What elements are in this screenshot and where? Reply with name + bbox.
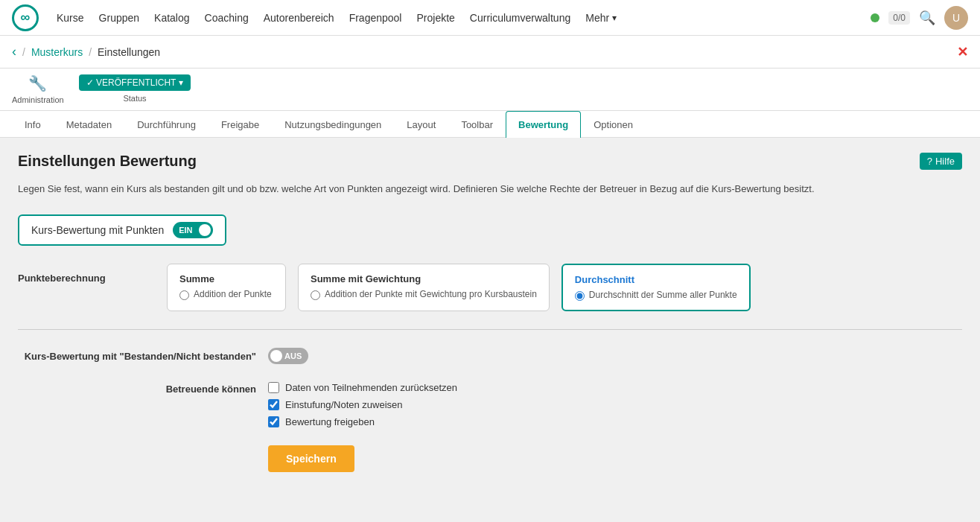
points-option-summe-title: Summe [179, 273, 273, 284]
einstufung-checkbox[interactable] [268, 399, 279, 410]
tab-freigabe[interactable]: Freigabe [209, 111, 272, 138]
nav-gruppen[interactable]: Gruppen [99, 12, 139, 24]
status-section: ✓ VERÖFFENTLICHT ▾ Status [79, 74, 191, 103]
betreuer-label: Betreuende können [18, 382, 256, 395]
nav-autorenbereich[interactable]: Autorenbereich [264, 12, 334, 24]
daten-checkbox-label: Daten von Teilnehmenden zurücksetzen [285, 382, 457, 393]
publish-status-button[interactable]: ✓ VERÖFFENTLICHT ▾ [79, 74, 191, 91]
betreuer-checkbox-list: Daten von Teilnehmenden zurücksetzen Ein… [268, 382, 457, 427]
points-option-summe-gewichtung-title: Summe mit Gewichtung [311, 273, 537, 284]
checkbox-item-bewertung: Bewertung freigeben [268, 416, 457, 427]
tab-metadaten[interactable]: Metadaten [54, 111, 124, 138]
nav-more-menu[interactable]: Mehr ▾ [585, 12, 617, 24]
chevron-down-icon: ▾ [612, 13, 617, 23]
nav-fragenpool[interactable]: Fragenpool [349, 12, 402, 24]
points-option-summe-radio: Addition der Punkte [179, 289, 273, 300]
betreuer-section: Betreuende können Daten von Teilnehmende… [18, 382, 962, 427]
durchschnitt-radio-input[interactable] [575, 291, 585, 301]
summe-radio-input[interactable] [179, 290, 189, 300]
kurs-bewertung-label: Kurs-Bewertung mit Punkten [31, 224, 164, 236]
help-button[interactable]: ? Hilfe [920, 153, 962, 170]
administration-section: 🔧 Administration [12, 74, 64, 104]
tab-bar: Info Metadaten Durchführung Freigabe Nut… [0, 111, 980, 138]
top-navigation: ∞ Kurse Gruppen Katalog Coaching Autoren… [0, 0, 980, 36]
chevron-down-icon: ▾ [179, 77, 183, 88]
punkteberechnung-section: Punkteberechnung Summe Addition der Punk… [18, 264, 962, 311]
page-title: Einstellungen Bewertung [18, 153, 197, 170]
tab-toolbar[interactable]: Toolbar [448, 111, 506, 138]
main-content: Einstellungen Bewertung ? Hilfe Legen Si… [0, 138, 980, 522]
tab-optionen[interactable]: Optionen [581, 111, 646, 138]
logo[interactable]: ∞ [12, 4, 39, 31]
online-status-dot [871, 13, 879, 22]
nav-links: Kurse Gruppen Katalog Coaching Autorenbe… [57, 12, 853, 24]
checkbox-item-daten: Daten von Teilnehmenden zurücksetzen [268, 382, 457, 393]
kurs-bewertung-row: Kurs-Bewertung mit Punkten EIN [18, 214, 962, 246]
administration-label: Administration [12, 95, 64, 104]
bewertung-checkbox-label: Bewertung freigeben [285, 416, 375, 427]
status-label: Status [123, 94, 146, 103]
nav-right: 0/0 🔍 U [871, 6, 968, 30]
question-mark-icon: ? [927, 156, 932, 167]
bestanden-toggle[interactable]: AUS [268, 348, 308, 364]
user-score: 0/0 [888, 11, 910, 25]
bewertung-checkbox[interactable] [268, 416, 279, 427]
toggle-knob-off [270, 350, 282, 362]
admin-bar: 🔧 Administration ✓ VERÖFFENTLICHT ▾ Stat… [0, 69, 980, 111]
checkbox-item-einstufung: Einstufung/Noten zuweisen [268, 399, 457, 410]
breadcrumb-bar: ‹ / Musterkurs / Einstellungen ✕ [0, 36, 980, 69]
tab-layout[interactable]: Layout [394, 111, 448, 138]
summe-gewichtung-radio-input[interactable] [311, 290, 320, 300]
breadcrumb-separator: / [22, 46, 25, 58]
breadcrumb-back-button[interactable]: ‹ [12, 44, 16, 60]
tab-nutzungsbedingungen[interactable]: Nutzungsbedingungen [272, 111, 394, 138]
points-option-summe-gewichtung[interactable]: Summe mit Gewichtung Addition der Punkte… [298, 264, 550, 311]
save-button[interactable]: Speichern [268, 445, 354, 472]
nav-kurse[interactable]: Kurse [57, 12, 84, 24]
points-option-durchschnitt[interactable]: Durchschnitt Durchschnitt der Summe alle… [561, 264, 751, 311]
einstufung-checkbox-label: Einstufung/Noten zuweisen [285, 399, 403, 410]
points-option-durchschnitt-title: Durchschnitt [575, 274, 737, 285]
points-option-durchschnitt-radio: Durchschnitt der Summe aller Punkte [575, 290, 737, 301]
page-header: Einstellungen Bewertung ? Hilfe [18, 153, 962, 170]
punkteberechnung-label: Punkteberechnung [18, 264, 167, 284]
search-icon[interactable]: 🔍 [919, 10, 935, 26]
nav-curriculumverwaltung[interactable]: Curriculumverwaltung [470, 12, 570, 24]
tab-durchfuhrung[interactable]: Durchführung [124, 111, 209, 138]
section-divider [18, 329, 962, 330]
nav-coaching[interactable]: Coaching [205, 12, 249, 24]
toggle-knob [199, 224, 211, 236]
bestanden-label: Kurs-Bewertung mit "Bestanden/Nicht best… [18, 348, 256, 362]
tab-info[interactable]: Info [12, 111, 54, 138]
kurs-bewertung-toggle-box: Kurs-Bewertung mit Punkten EIN [18, 214, 226, 246]
tab-bewertung[interactable]: Bewertung [506, 111, 581, 138]
wrench-icon: 🔧 [28, 74, 47, 92]
points-option-summe-gewichtung-radio: Addition der Punkte mit Gewichtung pro K… [311, 289, 537, 300]
bestanden-section: Kurs-Bewertung mit "Bestanden/Nicht best… [18, 348, 962, 364]
nav-katalog[interactable]: Katalog [154, 12, 189, 24]
points-option-summe[interactable]: Summe Addition der Punkte [167, 264, 286, 311]
close-icon[interactable]: ✕ [957, 44, 968, 60]
avatar[interactable]: U [944, 6, 968, 30]
breadcrumb-current-page: Einstellungen [98, 46, 160, 58]
nav-projekte[interactable]: Projekte [416, 12, 454, 24]
breadcrumb-course-link[interactable]: Musterkurs [31, 46, 83, 58]
daten-checkbox[interactable] [268, 382, 279, 393]
breadcrumb-separator-2: / [89, 46, 92, 58]
description-text: Legen Sie fest, wann ein Kurs als bestan… [18, 182, 962, 197]
punkteberechnung-options: Summe Addition der Punkte Summe mit Gewi… [167, 264, 962, 311]
kurs-bewertung-toggle[interactable]: EIN [173, 222, 213, 238]
